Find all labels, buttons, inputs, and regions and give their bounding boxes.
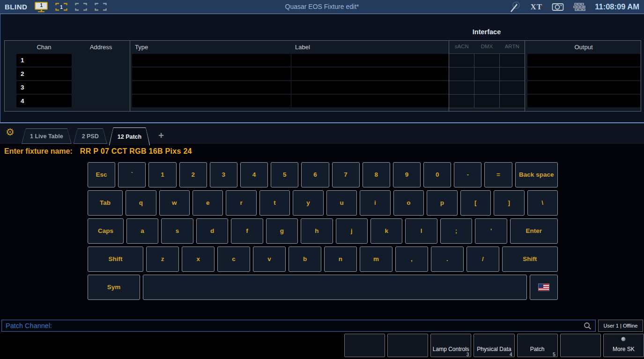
key-key[interactable]: ,: [395, 247, 428, 272]
type-label-cell[interactable]: [132, 67, 449, 80]
monitor-1-icon[interactable]: 1: [35, 2, 48, 12]
key-3[interactable]: 3: [210, 162, 237, 187]
key-v[interactable]: v: [253, 247, 286, 272]
key-h[interactable]: h: [301, 218, 333, 244]
key-sym[interactable]: Sym: [88, 275, 140, 300]
chan-cell[interactable]: 4: [16, 95, 72, 107]
key-u[interactable]: u: [326, 190, 357, 216]
key-shift[interactable]: Shift: [502, 247, 558, 272]
camera-icon[interactable]: [552, 2, 564, 12]
xt-icon[interactable]: XT: [531, 2, 543, 12]
key-l[interactable]: l: [405, 218, 437, 244]
key-r[interactable]: r: [226, 190, 256, 216]
key-9[interactable]: 9: [393, 162, 421, 187]
type-label-cell[interactable]: [132, 81, 449, 94]
output-cell[interactable]: [527, 54, 640, 67]
key-key[interactable]: =: [484, 162, 512, 187]
key-key[interactable]: ;: [440, 218, 472, 244]
key-i[interactable]: i: [360, 190, 390, 216]
key-p[interactable]: p: [427, 190, 457, 216]
key-a[interactable]: a: [126, 218, 158, 244]
key-5[interactable]: 5: [271, 162, 298, 187]
space-key[interactable]: [143, 275, 527, 300]
interface-cell[interactable]: [474, 81, 499, 94]
softkey-lamp-controls[interactable]: Lamp Controls3: [430, 334, 471, 357]
key-enter[interactable]: Enter: [510, 218, 558, 244]
interface-cell[interactable]: [474, 54, 499, 67]
command-line-input[interactable]: Patch Channel:: [1, 320, 596, 332]
key-k[interactable]: k: [370, 218, 402, 244]
keyboard-layout-key[interactable]: [530, 275, 558, 300]
interface-cell[interactable]: [449, 81, 474, 94]
key-shift[interactable]: Shift: [88, 247, 143, 272]
key-7[interactable]: 7: [332, 162, 360, 187]
key-w[interactable]: w: [159, 190, 190, 216]
key-x[interactable]: x: [182, 247, 215, 272]
user-status-badge[interactable]: User 1 | Offline: [598, 320, 643, 332]
key-caps[interactable]: Caps: [88, 218, 124, 244]
search-icon[interactable]: [584, 322, 592, 330]
interface-cell[interactable]: [499, 54, 525, 67]
type-label-cell[interactable]: [132, 95, 449, 107]
key-key[interactable]: -: [454, 162, 481, 187]
key-0[interactable]: 0: [423, 162, 451, 187]
tab-2-psd[interactable]: 2 PSD: [74, 128, 107, 144]
key-n[interactable]: n: [324, 247, 357, 272]
output-cell[interactable]: [527, 67, 640, 80]
softkey-blank[interactable]: [560, 334, 601, 357]
key-g[interactable]: g: [266, 218, 298, 244]
virtual-keyboard-icon[interactable]: [573, 3, 585, 11]
key-y[interactable]: y: [293, 190, 323, 216]
key-key[interactable]: /: [466, 247, 499, 272]
key-esc[interactable]: Esc: [88, 162, 115, 187]
output-cell[interactable]: [527, 81, 640, 94]
interface-cell[interactable]: [499, 67, 525, 81]
key-6[interactable]: 6: [301, 162, 329, 187]
chan-cell[interactable]: 2: [16, 67, 72, 80]
chan-cell[interactable]: 3: [16, 81, 72, 94]
wand-icon[interactable]: [509, 1, 521, 13]
key-key[interactable]: `: [118, 162, 146, 187]
tab-12-patch[interactable]: 12 Patch: [109, 127, 150, 145]
interface-cell[interactable]: [449, 67, 474, 81]
frame-1-icon[interactable]: 1: [55, 3, 67, 11]
key-8[interactable]: 8: [363, 162, 390, 187]
key-e[interactable]: e: [192, 190, 223, 216]
key-z[interactable]: z: [146, 247, 179, 272]
interface-cell[interactable]: [449, 54, 474, 67]
softkey-blank[interactable]: [344, 334, 385, 357]
type-label-cell[interactable]: [132, 54, 449, 67]
key-s[interactable]: s: [161, 218, 193, 244]
key-q[interactable]: q: [126, 190, 156, 216]
output-cell[interactable]: [527, 95, 640, 107]
key-key[interactable]: ]: [494, 190, 524, 216]
frame-2-icon[interactable]: [75, 3, 87, 11]
softkey-more-sk[interactable]: More SK: [603, 334, 644, 357]
tab-1-live-table[interactable]: 1 Live Table: [22, 128, 72, 144]
key-2[interactable]: 2: [179, 162, 207, 187]
key-f[interactable]: f: [231, 218, 263, 244]
key-key[interactable]: \: [527, 190, 558, 216]
softkey-blank[interactable]: [387, 334, 428, 357]
key-4[interactable]: 4: [240, 162, 268, 187]
softkey-physical-data[interactable]: Physical Data4: [474, 334, 514, 357]
add-tab-button[interactable]: +: [158, 130, 164, 141]
frame-3-icon[interactable]: [95, 3, 107, 11]
key-j[interactable]: j: [336, 218, 368, 244]
key-c[interactable]: c: [217, 247, 250, 272]
key-d[interactable]: d: [196, 218, 228, 244]
key-back-space[interactable]: Back space: [515, 162, 558, 187]
key-key[interactable]: [: [460, 190, 491, 216]
softkey-patch[interactable]: Patch5: [517, 334, 558, 357]
key-key[interactable]: .: [431, 247, 464, 272]
chan-cell[interactable]: 1: [16, 54, 72, 67]
key-tab[interactable]: Tab: [88, 190, 123, 216]
key-t[interactable]: t: [259, 190, 290, 216]
gear-icon[interactable]: ⚙: [6, 127, 15, 137]
interface-cell[interactable]: [449, 95, 474, 108]
interface-cell[interactable]: [474, 95, 499, 108]
key-b[interactable]: b: [289, 247, 321, 272]
interface-cell[interactable]: [499, 81, 525, 94]
interface-cell[interactable]: [499, 95, 525, 108]
interface-cell[interactable]: [474, 67, 499, 81]
